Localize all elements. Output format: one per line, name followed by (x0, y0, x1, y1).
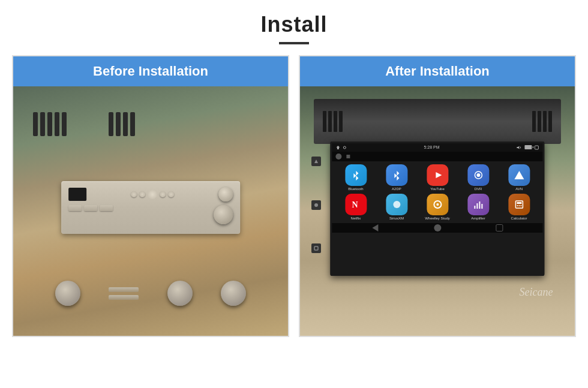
preset-btn (84, 205, 97, 211)
app-icon-image (508, 194, 530, 215)
app-icon-image (345, 164, 367, 186)
app-icon-image (386, 194, 407, 215)
radio-display (68, 188, 86, 201)
svg-rect-17 (517, 202, 521, 204)
after-vent-slot (339, 111, 343, 132)
svg-text:N: N (352, 200, 358, 209)
radio-main-knob (214, 205, 233, 224)
page-container: Install Before Installation (0, 0, 588, 388)
after-vent-slot (334, 111, 337, 132)
app-icon-calculator[interactable]: Calculator (500, 194, 538, 220)
svg-rect-14 (479, 201, 480, 209)
app-label: Amplifier (471, 216, 485, 220)
battery-icon (525, 145, 532, 149)
status-time: 5:28 PM (424, 145, 439, 149)
status-icons-right (517, 145, 539, 150)
radio-top-row (68, 187, 233, 201)
app-label: Calculator (511, 216, 527, 220)
nav-back-button (372, 224, 378, 231)
vent-slot (47, 112, 52, 136)
comparison-container: Before Installation (12, 55, 576, 337)
app-icon-wheelley-study[interactable]: Wheelley Study (418, 194, 456, 220)
after-vent-slot (323, 111, 326, 132)
android-nav-bar (332, 152, 542, 161)
app-icon-image (467, 194, 489, 215)
after-header: After Installation (300, 56, 575, 86)
settings-icon (535, 145, 539, 150)
svg-point-9 (393, 201, 400, 208)
climate-control-strip (109, 287, 139, 292)
side-btn (311, 243, 321, 253)
nav-home-icon (335, 154, 341, 160)
before-interior (13, 86, 288, 336)
signal-icon (342, 145, 347, 150)
app-icon-amplifier[interactable]: Amplifier (460, 194, 497, 220)
app-label: A2DP (392, 187, 401, 191)
svg-point-7 (476, 173, 480, 177)
svg-marker-5 (436, 172, 442, 178)
app-icon-image (427, 164, 448, 186)
watermark: Seicane (519, 286, 553, 299)
app-label: SiriusXM (389, 216, 404, 220)
before-image (13, 86, 288, 336)
preset-btn (68, 205, 82, 211)
svg-rect-4 (535, 146, 539, 149)
before-panel: Before Installation (12, 55, 289, 337)
preset-btn (100, 205, 113, 211)
vent-slot (109, 112, 113, 136)
app-icon-youtube[interactable]: YouTube (418, 164, 456, 191)
android-head-unit: 5:28 PM (330, 142, 544, 276)
svg-rect-13 (476, 203, 478, 209)
after-panel: After Installation (299, 55, 576, 337)
original-radio (61, 181, 240, 234)
app-label: Bluetooth (348, 187, 363, 191)
app-icon-image (508, 164, 530, 186)
svg-rect-16 (515, 201, 523, 208)
climate-knob-center (167, 281, 193, 306)
svg-rect-2 (314, 246, 318, 250)
app-icon-avn[interactable]: AVN (500, 164, 538, 191)
svg-point-20 (520, 205, 521, 206)
app-icon-dvr[interactable]: DVR (460, 164, 497, 191)
left-vent (33, 112, 67, 136)
volume-icon (517, 145, 523, 150)
android-statusbar: 5:28 PM (332, 143, 542, 152)
nav-back-icon (346, 155, 350, 158)
svg-marker-0 (314, 160, 318, 163)
app-icon-siriusxm[interactable]: SiriusXM (377, 194, 415, 220)
title-divider (279, 42, 309, 44)
app-icon-netflix[interactable]: NNetflix (337, 194, 374, 220)
radio-presets (68, 205, 233, 224)
after-vent-slot (532, 111, 536, 132)
side-btn (311, 200, 321, 210)
nav-home-button (434, 224, 441, 231)
app-icon-image (467, 164, 489, 186)
app-icon-image (386, 164, 407, 186)
radio-btn (160, 191, 166, 197)
side-btn (311, 157, 321, 166)
before-header: Before Installation (13, 56, 288, 86)
app-icon-bluetooth[interactable]: Bluetooth (337, 164, 374, 191)
app-label: DVR (475, 187, 482, 191)
vent-slot (33, 112, 38, 136)
android-screen: 5:28 PM (330, 142, 544, 276)
vent-slot (123, 112, 128, 136)
android-bottom-bar (332, 223, 542, 233)
climate-knob-right (221, 281, 246, 306)
after-vent-slot (543, 111, 547, 132)
svg-point-11 (436, 203, 439, 206)
vent-slot (116, 112, 121, 136)
radio-btn (139, 191, 145, 197)
svg-point-19 (518, 205, 520, 206)
climate-controls (41, 281, 260, 306)
app-label: Wheelley Study (425, 216, 450, 220)
svg-rect-15 (481, 204, 482, 209)
right-vent (109, 112, 135, 136)
radio-knob-right (218, 187, 233, 201)
vent-slot (40, 112, 45, 136)
app-icon-a2dp[interactable]: A2DP (377, 164, 415, 191)
climate-knob-left (55, 281, 80, 306)
climate-control-strip (109, 295, 139, 300)
app-icon-image: N (345, 194, 367, 215)
vent-slot (62, 112, 67, 136)
